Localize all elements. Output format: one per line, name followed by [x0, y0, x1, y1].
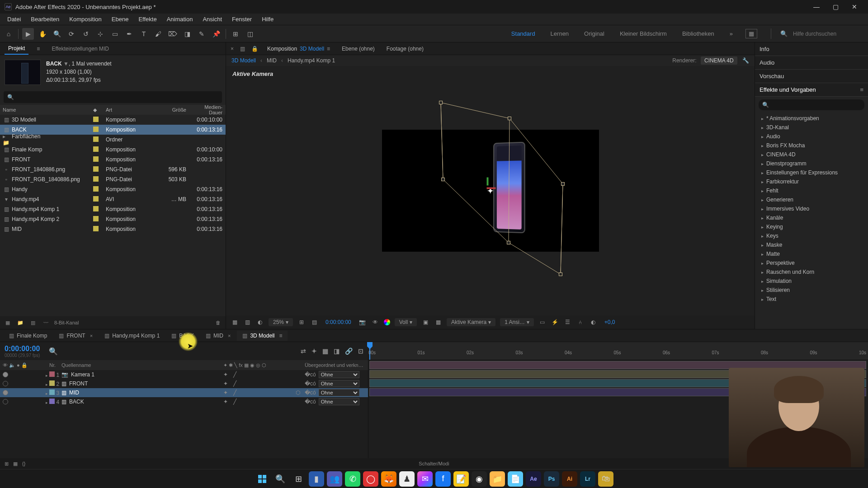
project-search[interactable]: 🔍	[4, 91, 222, 103]
firefox-icon[interactable]: 🦊	[381, 471, 396, 487]
panel-info[interactable]: Info	[755, 42, 868, 56]
effects-category[interactable]: Audio	[755, 132, 868, 141]
zoom-tool[interactable]: 🔍	[51, 28, 63, 40]
adjust-icon[interactable]: 〰	[42, 319, 50, 327]
effects-category[interactable]: Simulation	[755, 277, 868, 286]
effects-category[interactable]: Farbkorrektur	[755, 177, 868, 186]
effects-category[interactable]: 3D-Kanal	[755, 123, 868, 132]
breadcrumb-item[interactable]: MID	[267, 57, 277, 64]
effects-category[interactable]: * Animationsvorgaben	[755, 114, 868, 123]
project-row[interactable]: ▥MIDKomposition0:00:13:16	[0, 224, 226, 234]
new-comp-icon[interactable]: ▥	[29, 319, 37, 327]
exposure-value[interactable]: +0,0	[602, 318, 618, 326]
menu-komposition[interactable]: Komposition	[65, 14, 106, 24]
selection-tool[interactable]: ▶	[22, 28, 34, 40]
timeline-tab[interactable]: ▥BACK	[166, 331, 199, 341]
effects-category[interactable]: Matte	[755, 249, 868, 258]
pixel-aspect-icon[interactable]: ▭	[538, 318, 547, 326]
timeline-tab[interactable]: ▥Handy.mp4 Komp 1	[99, 331, 165, 341]
timeline-layer[interactable]: ▸ 2 ▥ FRONT ✦╱ �cóOhne	[0, 379, 368, 388]
transparency-icon[interactable]: ▦	[434, 318, 442, 326]
whatsapp-icon[interactable]: ✆	[345, 471, 360, 487]
orbit-tool[interactable]: ⟳	[66, 28, 77, 40]
timeline-layer[interactable]: ▸ 3 ▥ MID ✦╱⬡ �cóOhne	[0, 388, 368, 397]
effects-category[interactable]: Einstellungen für Expressions	[755, 168, 868, 177]
effects-category[interactable]: Keying	[755, 222, 868, 231]
app-icon[interactable]: ◯	[363, 471, 378, 487]
workspace-panel-icon[interactable]: ▦	[745, 29, 757, 38]
tl-icon[interactable]: ⇄	[301, 347, 306, 355]
zoom-dropdown[interactable]: 25% ▾	[269, 318, 293, 326]
viewer-tab-footage[interactable]: Footage (ohne)	[384, 44, 426, 54]
toggle-modes-icon[interactable]: ▦	[13, 461, 18, 467]
color-icon[interactable]	[384, 319, 390, 325]
parent-dropdown[interactable]: Ohne	[319, 398, 359, 405]
roi-icon[interactable]: ▣	[421, 318, 429, 326]
menu-animation[interactable]: Animation	[162, 14, 198, 24]
effects-category[interactable]: Generieren	[755, 195, 868, 204]
menu-bearbeiten[interactable]: Bearbeiten	[26, 14, 64, 24]
hand-tool[interactable]: ✋	[37, 28, 48, 40]
explorer-icon[interactable]: ▮	[309, 471, 324, 487]
effects-category[interactable]: Fehlt	[755, 186, 868, 195]
effects-category[interactable]: Kanäle	[755, 213, 868, 222]
rect-tool[interactable]: ▭	[109, 28, 121, 40]
viewer-tab-layer[interactable]: Ebene (ohne)	[339, 44, 377, 54]
renderer-value[interactable]: CINEMA 4D	[701, 56, 737, 65]
timeline-tab[interactable]: ▥3D Modell≡	[237, 331, 288, 341]
close-button[interactable]: ✕	[845, 0, 863, 13]
menu-datei[interactable]: Datei	[3, 14, 25, 24]
camera-dropdown[interactable]: Aktive Kamera ▾	[447, 318, 495, 326]
project-row[interactable]: ▾Handy.mp4AVI… MB0:00:13:16	[0, 194, 226, 204]
illustrator-icon[interactable]: Ai	[562, 471, 577, 487]
views-dropdown[interactable]: 1 Ansi… ▾	[500, 318, 534, 326]
new-folder-icon[interactable]: 📁	[16, 319, 24, 327]
viewer-tab-comp[interactable]: Komposition 3D Modell ≡	[264, 44, 333, 54]
stamp-tool[interactable]: ⌦	[167, 28, 179, 40]
exposure-reset-icon[interactable]: ◐	[589, 318, 597, 326]
effects-search[interactable]: 🔍	[759, 99, 864, 110]
notes-icon[interactable]: 📝	[453, 471, 469, 487]
tl-icon[interactable]: ✦	[311, 347, 317, 355]
project-row[interactable]: ▥Handy.mp4 Komp 2Komposition0:00:13:16	[0, 214, 226, 224]
effects-category[interactable]: CINEMA 4D	[755, 150, 868, 159]
flowchart-icon[interactable]: ⑃	[576, 318, 585, 326]
show-snapshot-icon[interactable]: 👁	[371, 318, 379, 326]
project-row[interactable]: ▫FRONT_1840886.pngPNG-Datei596 KB	[0, 164, 226, 174]
project-row[interactable]: ▫FRONT_RGB_1840886.pngPNG-Datei503 KB	[0, 174, 226, 184]
menu-ebene[interactable]: Ebene	[107, 14, 133, 24]
after-effects-icon[interactable]: Ae	[526, 471, 541, 487]
tl-icon[interactable]: ◨	[334, 347, 340, 355]
effects-category[interactable]: Keys	[755, 231, 868, 240]
roto-tool[interactable]: ✎	[196, 28, 208, 40]
obs-icon[interactable]: ◉	[472, 471, 487, 487]
parent-dropdown[interactable]: Ohne	[319, 389, 359, 396]
facebook-icon[interactable]: f	[435, 471, 451, 487]
snap-icon[interactable]: ⊞	[230, 28, 241, 40]
workspace-standard[interactable]: Standard	[509, 28, 538, 39]
tl-icon[interactable]: 🔗	[345, 347, 353, 355]
resolution-dropdown[interactable]: Voll ▾	[395, 318, 417, 326]
phone-layer[interactable]	[493, 142, 525, 234]
panel-effects[interactable]: Effekte und Vorgaben≡	[755, 83, 868, 97]
panel-audio[interactable]: Audio	[755, 56, 868, 70]
effects-category[interactable]: Rauschen und Korn	[755, 267, 868, 277]
effects-category[interactable]: Boris FX Mocha	[755, 141, 868, 150]
effects-category[interactable]: Maske	[755, 240, 868, 249]
tl-icon[interactable]: ▦	[322, 347, 328, 355]
project-search-input[interactable]	[14, 94, 218, 100]
help-search-input[interactable]	[793, 31, 861, 37]
parent-dropdown[interactable]: Ohne	[319, 380, 359, 387]
app-icon[interactable]: 🛍	[598, 471, 613, 487]
viewer-timecode[interactable]: 0:00:00:00	[323, 318, 354, 326]
taskbar-search-icon[interactable]: 🔍	[273, 471, 288, 487]
effects-category[interactable]: Text	[755, 295, 868, 304]
effects-category[interactable]: Perspektive	[755, 258, 868, 267]
brush-tool[interactable]: 🖌	[152, 28, 164, 40]
app-icon[interactable]: ♟	[399, 471, 415, 487]
project-row[interactable]: ▥3D ModellKomposition0:00:10:00	[0, 115, 226, 125]
timeline-icon[interactable]: ☰	[564, 318, 572, 326]
messenger-icon[interactable]: ✉	[417, 471, 433, 487]
switches-modes-label[interactable]: Schalter/Modi	[419, 461, 449, 466]
anchor-tool[interactable]: ⊹	[94, 28, 106, 40]
